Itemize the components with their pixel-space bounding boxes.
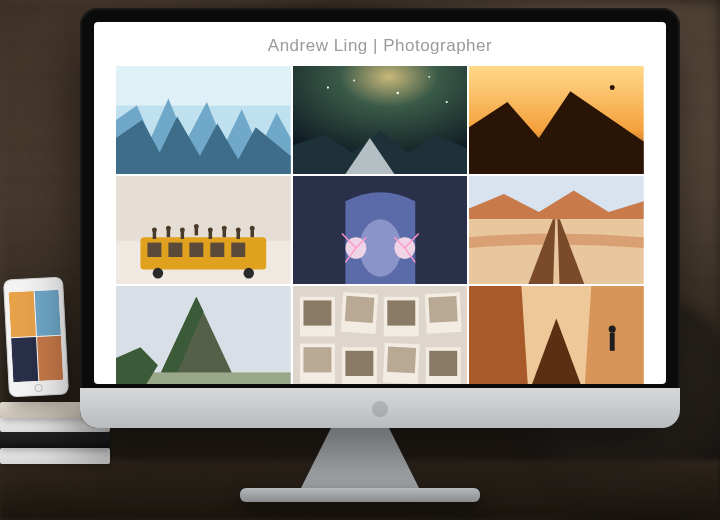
svg-rect-27 [195, 228, 198, 235]
gallery-tile-canyon-figure[interactable] [469, 286, 644, 384]
gallery-tile-glacier[interactable] [116, 66, 291, 174]
svg-rect-52 [303, 300, 331, 325]
svg-point-4 [353, 80, 355, 82]
svg-point-18 [153, 268, 163, 279]
svg-rect-54 [344, 296, 374, 323]
svg-point-3 [327, 87, 329, 89]
svg-rect-14 [168, 243, 182, 257]
svg-rect-13 [147, 243, 161, 257]
svg-point-20 [152, 227, 157, 232]
gallery-tile-desert-road[interactable] [469, 176, 644, 284]
svg-rect-17 [231, 243, 245, 257]
imac-screen: Andrew Ling | Photographer [94, 22, 666, 384]
svg-rect-60 [303, 347, 331, 372]
svg-rect-56 [387, 300, 415, 325]
imac-chin [80, 388, 680, 428]
svg-rect-1 [116, 66, 291, 106]
svg-rect-23 [167, 230, 170, 237]
svg-rect-66 [429, 351, 457, 376]
svg-point-32 [236, 227, 241, 232]
svg-point-28 [208, 227, 213, 232]
svg-rect-11 [116, 176, 291, 241]
gallery-tile-kirkjufell[interactable] [116, 286, 291, 384]
portfolio-page: Andrew Ling | Photographer [94, 22, 666, 384]
svg-rect-69 [610, 333, 615, 351]
svg-rect-25 [181, 232, 184, 239]
book [0, 448, 110, 464]
gallery-tile-polaroids[interactable] [293, 286, 468, 384]
phone-tile[interactable] [11, 337, 38, 383]
book [0, 432, 110, 448]
svg-point-22 [166, 226, 171, 231]
svg-point-24 [180, 227, 185, 232]
phone-tile[interactable] [9, 291, 36, 337]
phone-screen [9, 290, 64, 382]
phone-mockup [3, 277, 69, 398]
svg-point-6 [428, 76, 430, 78]
svg-rect-35 [250, 230, 253, 237]
gallery-grid [94, 66, 666, 384]
svg-point-7 [445, 101, 447, 103]
phone-tile[interactable] [34, 290, 61, 336]
svg-rect-33 [237, 232, 240, 239]
phone-home-button[interactable] [34, 384, 42, 392]
gallery-tile-sparklers[interactable] [293, 176, 468, 284]
imac-foot [240, 488, 480, 502]
apple-logo-icon [372, 401, 388, 417]
phone-tile[interactable] [36, 335, 63, 381]
svg-rect-21 [153, 232, 156, 239]
svg-point-26 [194, 224, 199, 229]
svg-point-9 [610, 85, 615, 90]
svg-rect-31 [223, 230, 226, 237]
svg-rect-16 [210, 243, 224, 257]
gallery-tile-bus-crowd[interactable] [116, 176, 291, 284]
svg-point-30 [222, 226, 227, 231]
gallery-tile-milky-way[interactable] [293, 66, 468, 174]
svg-rect-29 [209, 232, 212, 239]
svg-rect-62 [345, 351, 373, 376]
svg-rect-64 [387, 346, 416, 373]
svg-point-19 [243, 268, 253, 279]
page-title: Andrew Ling | Photographer [94, 22, 666, 66]
imac-frame: Andrew Ling | Photographer [80, 8, 680, 428]
gallery-tile-sunset-peak[interactable] [469, 66, 644, 174]
svg-point-34 [250, 226, 255, 231]
svg-point-68 [609, 326, 616, 333]
svg-rect-58 [428, 296, 457, 323]
svg-rect-15 [189, 243, 203, 257]
svg-point-5 [396, 92, 398, 95]
